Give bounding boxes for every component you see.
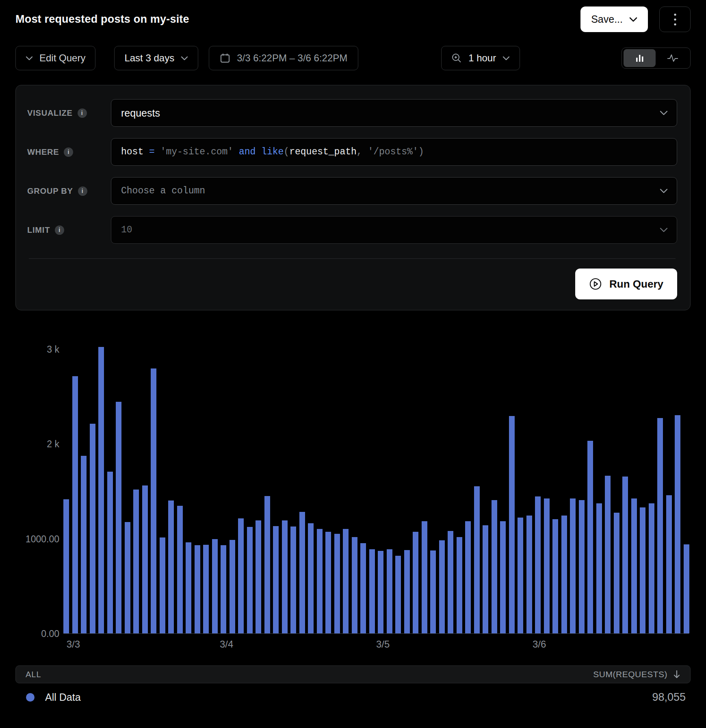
bar[interactable]	[107, 472, 113, 633]
bar[interactable]	[160, 537, 165, 633]
panel-divider	[29, 258, 676, 259]
bar[interactable]	[290, 526, 296, 633]
bar[interactable]	[317, 529, 323, 633]
bar[interactable]	[518, 518, 523, 633]
bar[interactable]	[334, 534, 340, 633]
more-options-button[interactable]	[659, 6, 691, 32]
bar[interactable]	[657, 418, 663, 633]
bar[interactable]	[649, 503, 654, 633]
date-range-picker[interactable]: 3/3 6:22PM – 3/6 6:22PM	[209, 46, 358, 70]
bar[interactable]	[666, 495, 672, 633]
bar[interactable]	[186, 542, 191, 634]
info-icon[interactable]: i	[78, 186, 87, 196]
bar[interactable]	[125, 522, 130, 633]
info-icon[interactable]: i	[78, 108, 87, 118]
bar[interactable]	[230, 540, 235, 634]
save-button[interactable]: Save...	[580, 6, 648, 32]
limit-input[interactable]: 10	[111, 216, 677, 244]
chart-plot-area[interactable]	[63, 349, 689, 634]
bar[interactable]	[352, 537, 357, 633]
bar[interactable]	[221, 545, 226, 633]
bar[interactable]	[212, 539, 218, 633]
visualize-select[interactable]: requests	[111, 99, 677, 127]
bar[interactable]	[422, 521, 427, 633]
bar[interactable]	[195, 545, 200, 633]
bar[interactable]	[203, 545, 209, 633]
bar[interactable]	[168, 500, 174, 633]
bar[interactable]	[675, 415, 680, 633]
bar[interactable]	[116, 402, 121, 634]
bar[interactable]	[325, 532, 331, 633]
bar[interactable]	[509, 416, 515, 633]
bar[interactable]	[640, 507, 645, 633]
bar[interactable]	[360, 543, 366, 633]
bar[interactable]	[63, 499, 69, 633]
bar[interactable]	[474, 486, 480, 633]
bar[interactable]	[570, 498, 576, 633]
bar[interactable]	[500, 521, 506, 633]
bar[interactable]	[439, 540, 445, 633]
bar[interactable]	[308, 523, 314, 633]
bar[interactable]	[299, 512, 305, 633]
bar[interactable]	[579, 500, 585, 634]
bar[interactable]	[282, 520, 288, 633]
bar[interactable]	[395, 556, 401, 633]
chevron-down-icon	[660, 228, 668, 232]
bar[interactable]	[492, 500, 497, 634]
bar[interactable]	[448, 531, 453, 633]
date-range-value: 3/3 6:22PM – 3/6 6:22PM	[237, 52, 347, 64]
edit-query-toggle[interactable]: Edit Query	[15, 46, 95, 70]
bar[interactable]	[264, 496, 270, 633]
bar[interactable]	[483, 525, 488, 633]
bar[interactable]	[622, 477, 628, 633]
bar[interactable]	[81, 456, 87, 634]
where-expression-input[interactable]: host = 'my-site.com' and like(request_pa…	[111, 138, 677, 166]
bar[interactable]	[404, 550, 410, 633]
interval-select[interactable]: 1 hour	[441, 46, 520, 70]
kebab-menu-icon	[674, 13, 676, 26]
sum-column-header[interactable]: SUM(REQUESTS)	[593, 670, 680, 679]
bar-chart-toggle[interactable]	[624, 49, 656, 67]
bar[interactable]	[273, 526, 279, 633]
bar[interactable]	[72, 376, 78, 634]
bar[interactable]	[544, 498, 550, 633]
group-by-select[interactable]: Choose a column	[111, 177, 677, 205]
bar[interactable]	[98, 347, 104, 633]
bar[interactable]	[596, 503, 602, 633]
bar[interactable]	[378, 551, 383, 633]
bar[interactable]	[631, 498, 637, 633]
results-table-row[interactable]: All Data 98,055	[15, 683, 691, 711]
bar[interactable]	[561, 516, 567, 633]
info-icon[interactable]: i	[55, 225, 64, 235]
bar[interactable]	[142, 485, 148, 633]
bar[interactable]	[343, 529, 349, 633]
run-query-button[interactable]: Run Query	[575, 269, 677, 299]
bar[interactable]	[90, 424, 95, 633]
bar[interactable]	[605, 476, 611, 633]
bar[interactable]	[256, 520, 261, 633]
limit-row: LIMIT i 10	[27, 216, 677, 244]
line-chart-toggle[interactable]	[656, 49, 689, 67]
bar[interactable]	[413, 532, 418, 633]
bar[interactable]	[535, 496, 541, 633]
arrow-down-icon	[673, 670, 680, 679]
time-range-select[interactable]: Last 3 days	[114, 46, 198, 70]
bar[interactable]	[457, 537, 462, 633]
bar[interactable]	[465, 521, 471, 633]
bar[interactable]	[177, 506, 183, 634]
bar[interactable]	[526, 516, 532, 633]
bar[interactable]	[614, 513, 619, 633]
bar[interactable]	[247, 527, 253, 633]
y-tick-label: 2 k	[47, 439, 59, 450]
bar[interactable]	[552, 519, 558, 633]
bar[interactable]	[151, 368, 156, 633]
bar[interactable]	[133, 490, 139, 633]
bar[interactable]	[684, 544, 689, 633]
x-tick-label: 3/6	[533, 639, 546, 650]
bar[interactable]	[587, 441, 593, 633]
info-icon[interactable]: i	[64, 147, 73, 157]
bar[interactable]	[387, 549, 392, 633]
bar[interactable]	[369, 549, 375, 633]
bar[interactable]	[238, 518, 244, 633]
bar[interactable]	[430, 550, 436, 633]
